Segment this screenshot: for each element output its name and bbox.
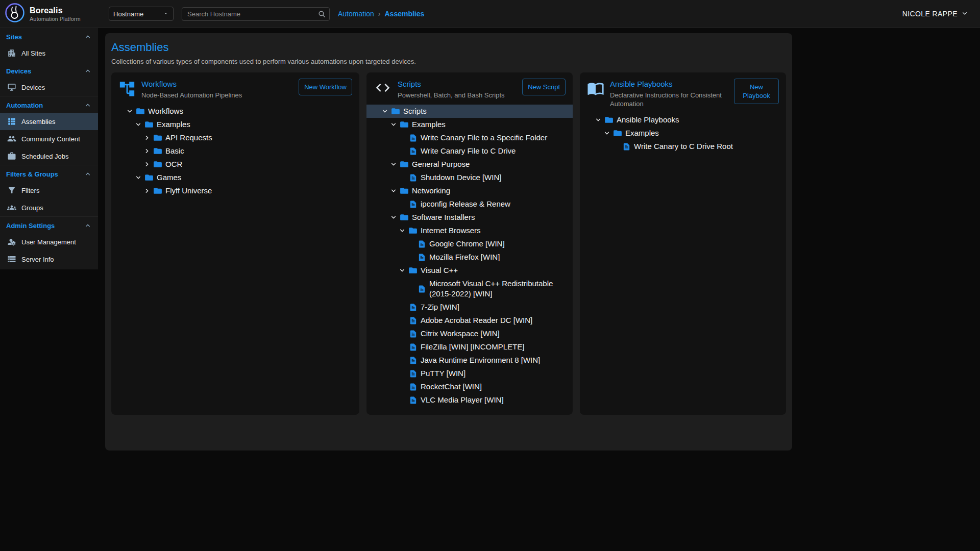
chevron-up-icon[interactable] [84, 67, 92, 75]
chevron-down-icon[interactable] [397, 226, 407, 235]
file-icon [407, 133, 419, 143]
sidebar-section-label: Admin Settings [6, 222, 55, 230]
chevron-down-icon[interactable] [388, 213, 399, 222]
sidebar-section: Sites All Sites [0, 28, 98, 62]
sidebar-section-header[interactable]: Filters & Groups [0, 165, 98, 182]
sidebar-section-header[interactable]: Automation [0, 96, 98, 113]
sidebar-item-filters[interactable]: Filters [0, 182, 98, 199]
tree-item[interactable]: Citrix Workspace [WIN] [366, 327, 573, 340]
tree-item[interactable]: Write Canary File to a Specific Folder [366, 131, 573, 144]
tree-item[interactable]: Networking [366, 184, 573, 197]
tree-item[interactable]: Scripts [366, 105, 573, 118]
file-icon [416, 239, 427, 249]
tree-item[interactable]: Basic [111, 144, 359, 158]
tree-item[interactable]: Mozilla Firefox [WIN] [366, 251, 573, 264]
chevron-up-icon[interactable] [84, 101, 92, 109]
sidebar-section-items: Assemblies Community Content Scheduled J… [0, 113, 98, 165]
user-menu[interactable]: NICOLE RAPPE [902, 9, 969, 19]
tree-item[interactable]: Examples [580, 127, 786, 140]
new-workflow-button[interactable]: New Workflow [299, 79, 352, 95]
chevron-down-icon[interactable] [125, 107, 135, 116]
tree-item[interactable]: Visual C++ [366, 264, 573, 277]
chevron-up-icon[interactable] [84, 221, 92, 230]
chevron-down-icon[interactable] [388, 160, 399, 169]
chevron-down-icon[interactable] [388, 120, 399, 129]
tree-item[interactable]: Workflows [111, 105, 359, 118]
file-icon [407, 172, 419, 183]
tree-item[interactable]: OCR [111, 158, 359, 171]
sidebar-item-assemblies[interactable]: Assemblies [0, 113, 98, 130]
chevron-up-icon[interactable] [84, 170, 92, 178]
tree-item[interactable]: Software Installers [366, 211, 573, 224]
tree-item[interactable]: Flyff Universe [111, 184, 359, 197]
search-input[interactable] [182, 7, 330, 21]
search-box [182, 7, 330, 21]
sidebar-item-devices[interactable]: Devices [0, 79, 98, 96]
chevron-down-icon[interactable] [388, 186, 399, 195]
sidebar-item-community-content[interactable]: Community Content [0, 130, 98, 147]
chevron-right-icon[interactable] [142, 146, 152, 156]
monitor-icon [7, 83, 16, 92]
chevron-down-icon[interactable] [602, 129, 612, 138]
chevron-down-icon[interactable] [593, 115, 603, 124]
chevron-down-icon[interactable] [380, 107, 390, 116]
tree-item[interactable]: Ansible Playbooks [580, 113, 786, 127]
sidebar-item-user-management[interactable]: User Management [0, 233, 98, 251]
folder-icon [612, 128, 623, 138]
sidebar-item-scheduled-jobs[interactable]: Scheduled Jobs [0, 147, 98, 165]
tree-item[interactable]: Internet Browsers [366, 224, 573, 237]
tree-item[interactable]: FileZilla [WIN] [INCOMPLETE] [366, 340, 573, 354]
chevron-right-icon[interactable] [142, 186, 152, 195]
tree-item[interactable]: General Purpose [366, 158, 573, 171]
folder-icon [407, 265, 419, 276]
sidebar-section-label: Automation [6, 102, 43, 109]
tree-item[interactable]: RocketChat [WIN] [366, 380, 573, 393]
search-icon[interactable] [317, 10, 326, 20]
hostname-select[interactable]: Hostname [109, 7, 174, 21]
sidebar-item-groups[interactable]: Groups [0, 199, 98, 216]
tree-item[interactable]: Microsoft Visual C++ Redistributable (20… [366, 277, 573, 300]
assembly-cards: Workflows Node-Based Automation Pipeline… [111, 72, 786, 415]
new-playbook-button[interactable]: New Playbook [734, 79, 779, 104]
tree-item[interactable]: 7-Zip [WIN] [366, 300, 573, 314]
chevron-down-icon[interactable] [133, 120, 143, 129]
chevron-down-icon[interactable] [133, 173, 143, 182]
sidebar-section-label: Devices [6, 67, 31, 75]
chevron-right-icon[interactable] [142, 160, 152, 169]
ansible-card-titles: Ansible Playbooks Declarative Instructio… [610, 79, 728, 108]
breadcrumb-item-automation[interactable]: Automation [338, 10, 374, 18]
chevron-right-icon[interactable] [142, 133, 152, 142]
tree-item[interactable]: Google Chrome [WIN] [366, 237, 573, 251]
new-script-button[interactable]: New Script [522, 79, 566, 95]
tree-item[interactable]: ipconfig Release & Renew [366, 197, 573, 211]
brand: Borealis Automation Platform [0, 3, 98, 25]
sidebar-item-server-info[interactable]: Server Info [0, 251, 98, 268]
tree-item-label: FileZilla [WIN] [INCOMPLETE] [421, 340, 524, 354]
tree-item[interactable]: VLC Media Player [WIN] [366, 393, 573, 407]
tree-item[interactable]: Write Canary File to C Drive [366, 144, 573, 158]
sidebar-item-all-sites[interactable]: All Sites [0, 44, 98, 62]
briefcase-icon [7, 152, 16, 161]
workflow-icon [118, 80, 136, 97]
card-subtitle: Declarative Instructions for Consistent … [610, 91, 728, 108]
sidebar-item-label: Community Content [21, 135, 80, 143]
tree-item[interactable]: PuTTY [WIN] [366, 367, 573, 380]
tree-item[interactable]: Examples [366, 118, 573, 131]
sidebar-section-header[interactable]: Admin Settings [0, 217, 98, 233]
tree-item-label: Software Installers [412, 211, 475, 224]
tree-item[interactable]: Write Canary to C Drive Root [580, 140, 786, 153]
chevron-down-icon[interactable] [397, 266, 407, 275]
tree-item[interactable]: Java Runtime Environment 8 [WIN] [366, 354, 573, 367]
tree-item[interactable]: Adobe Acrobat Reader DC [WIN] [366, 314, 573, 327]
breadcrumb-item-assemblies[interactable]: Assemblies [385, 10, 425, 18]
tree-item-label: Java Runtime Environment 8 [WIN] [421, 354, 540, 367]
tree-item[interactable]: API Requests [111, 131, 359, 144]
sidebar-section-header[interactable]: Devices [0, 62, 98, 79]
tree-item[interactable]: Shutdown Device [WIN] [366, 171, 573, 184]
sidebar-section-header[interactable]: Sites [0, 28, 98, 44]
topbar: Borealis Automation Platform Hostname Au… [0, 0, 980, 28]
chevron-up-icon[interactable] [84, 33, 92, 41]
tree-item[interactable]: Games [111, 171, 359, 184]
expander-spacer [397, 146, 407, 156]
tree-item[interactable]: Examples [111, 118, 359, 131]
